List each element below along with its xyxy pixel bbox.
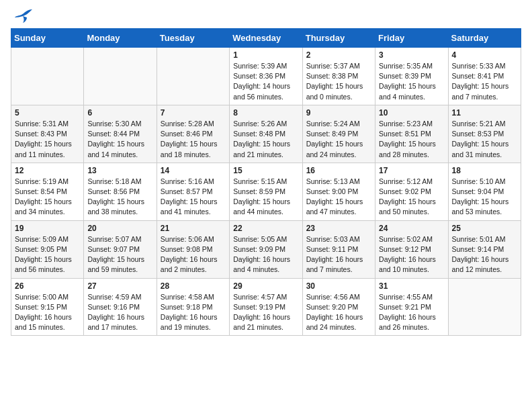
day-info: Sunrise: 5:23 AM Sunset: 8:51 PM Dayligh…	[379, 119, 444, 160]
day-number: 29	[233, 281, 298, 291]
weekday-header-monday: Monday	[84, 29, 157, 48]
calendar-cell: 29Sunrise: 4:57 AM Sunset: 9:19 PM Dayli…	[230, 278, 302, 336]
day-number: 8	[233, 108, 298, 118]
calendar-cell	[11, 48, 84, 105]
day-number: 6	[87, 108, 152, 118]
day-number: 14	[161, 166, 226, 175]
day-number: 23	[306, 224, 371, 233]
bird-icon	[13, 8, 34, 24]
calendar-cell: 14Sunrise: 5:16 AM Sunset: 8:57 PM Dayli…	[157, 163, 229, 220]
day-info: Sunrise: 5:21 AM Sunset: 8:53 PM Dayligh…	[452, 119, 517, 160]
calendar-week-row: 12Sunrise: 5:19 AM Sunset: 8:54 PM Dayli…	[11, 163, 521, 220]
day-number: 25	[452, 224, 517, 233]
day-info: Sunrise: 5:24 AM Sunset: 8:49 PM Dayligh…	[306, 119, 371, 160]
calendar-cell: 12Sunrise: 5:19 AM Sunset: 8:54 PM Dayli…	[11, 163, 84, 220]
calendar-cell: 27Sunrise: 4:59 AM Sunset: 9:16 PM Dayli…	[84, 278, 157, 336]
day-info: Sunrise: 5:09 AM Sunset: 9:05 PM Dayligh…	[15, 234, 80, 275]
calendar-cell: 13Sunrise: 5:18 AM Sunset: 8:56 PM Dayli…	[84, 163, 157, 220]
day-info: Sunrise: 4:56 AM Sunset: 9:20 PM Dayligh…	[306, 292, 371, 333]
weekday-header-tuesday: Tuesday	[157, 29, 229, 48]
day-info: Sunrise: 5:19 AM Sunset: 8:54 PM Dayligh…	[15, 177, 80, 218]
day-info: Sunrise: 4:59 AM Sunset: 9:16 PM Dayligh…	[87, 292, 152, 333]
calendar-cell	[448, 278, 521, 336]
calendar-cell: 6Sunrise: 5:30 AM Sunset: 8:44 PM Daylig…	[84, 105, 157, 163]
calendar-cell: 28Sunrise: 4:58 AM Sunset: 9:18 PM Dayli…	[157, 278, 229, 336]
day-number: 10	[379, 108, 444, 118]
day-number: 26	[15, 281, 80, 291]
day-info: Sunrise: 5:12 AM Sunset: 9:02 PM Dayligh…	[379, 177, 444, 218]
calendar-cell: 15Sunrise: 5:15 AM Sunset: 8:59 PM Dayli…	[230, 163, 302, 220]
day-info: Sunrise: 4:57 AM Sunset: 9:19 PM Dayligh…	[233, 292, 298, 333]
calendar-cell: 31Sunrise: 4:55 AM Sunset: 9:21 PM Dayli…	[375, 278, 448, 336]
calendar-cell: 16Sunrise: 5:13 AM Sunset: 9:00 PM Dayli…	[302, 163, 375, 220]
day-number: 24	[379, 224, 444, 233]
calendar-cell: 1Sunrise: 5:39 AM Sunset: 8:36 PM Daylig…	[230, 48, 302, 105]
calendar-cell: 3Sunrise: 5:35 AM Sunset: 8:39 PM Daylig…	[375, 48, 448, 105]
day-info: Sunrise: 5:37 AM Sunset: 8:38 PM Dayligh…	[306, 61, 371, 102]
calendar-cell: 30Sunrise: 4:56 AM Sunset: 9:20 PM Dayli…	[302, 278, 375, 336]
calendar-cell: 11Sunrise: 5:21 AM Sunset: 8:53 PM Dayli…	[448, 105, 521, 163]
day-number: 22	[233, 224, 298, 233]
calendar-cell: 23Sunrise: 5:03 AM Sunset: 9:11 PM Dayli…	[302, 220, 375, 278]
calendar-cell: 2Sunrise: 5:37 AM Sunset: 8:38 PM Daylig…	[302, 48, 375, 105]
day-info: Sunrise: 5:31 AM Sunset: 8:43 PM Dayligh…	[15, 119, 80, 160]
day-info: Sunrise: 5:18 AM Sunset: 8:56 PM Dayligh…	[87, 177, 152, 218]
day-info: Sunrise: 5:01 AM Sunset: 9:14 PM Dayligh…	[452, 234, 517, 275]
day-number: 19	[15, 224, 80, 233]
day-number: 7	[161, 108, 226, 118]
calendar-body: 1Sunrise: 5:39 AM Sunset: 8:36 PM Daylig…	[11, 48, 521, 336]
day-number: 28	[161, 281, 226, 291]
day-number: 13	[87, 166, 152, 175]
calendar-cell: 7Sunrise: 5:28 AM Sunset: 8:46 PM Daylig…	[157, 105, 229, 163]
day-info: Sunrise: 5:02 AM Sunset: 9:12 PM Dayligh…	[379, 234, 444, 275]
calendar-cell: 25Sunrise: 5:01 AM Sunset: 9:14 PM Dayli…	[448, 220, 521, 278]
calendar-week-row: 19Sunrise: 5:09 AM Sunset: 9:05 PM Dayli…	[11, 220, 521, 278]
calendar-cell: 10Sunrise: 5:23 AM Sunset: 8:51 PM Dayli…	[375, 105, 448, 163]
day-number: 2	[306, 50, 371, 60]
calendar-cell	[84, 48, 157, 105]
calendar-cell: 18Sunrise: 5:10 AM Sunset: 9:04 PM Dayli…	[448, 163, 521, 220]
calendar-cell: 9Sunrise: 5:24 AM Sunset: 8:49 PM Daylig…	[302, 105, 375, 163]
day-info: Sunrise: 5:05 AM Sunset: 9:09 PM Dayligh…	[233, 234, 298, 275]
weekday-header-thursday: Thursday	[302, 29, 375, 48]
day-number: 18	[452, 166, 517, 175]
logo	[11, 11, 34, 24]
day-number: 31	[379, 281, 444, 291]
calendar-cell: 26Sunrise: 5:00 AM Sunset: 9:15 PM Dayli…	[11, 278, 84, 336]
day-info: Sunrise: 5:35 AM Sunset: 8:39 PM Dayligh…	[379, 61, 444, 102]
day-number: 1	[233, 50, 298, 60]
day-info: Sunrise: 4:55 AM Sunset: 9:21 PM Dayligh…	[379, 292, 444, 333]
day-number: 20	[87, 224, 152, 233]
day-number: 5	[15, 108, 80, 118]
day-info: Sunrise: 5:06 AM Sunset: 9:08 PM Dayligh…	[161, 234, 226, 275]
calendar-table: SundayMondayTuesdayWednesdayThursdayFrid…	[11, 28, 521, 336]
day-number: 12	[15, 166, 80, 175]
calendar-cell: 20Sunrise: 5:07 AM Sunset: 9:07 PM Dayli…	[84, 220, 157, 278]
day-number: 21	[161, 224, 226, 233]
calendar-cell: 17Sunrise: 5:12 AM Sunset: 9:02 PM Dayli…	[375, 163, 448, 220]
calendar-cell: 22Sunrise: 5:05 AM Sunset: 9:09 PM Dayli…	[230, 220, 302, 278]
calendar-header-row: SundayMondayTuesdayWednesdayThursdayFrid…	[11, 29, 521, 48]
day-info: Sunrise: 5:30 AM Sunset: 8:44 PM Dayligh…	[87, 119, 152, 160]
day-info: Sunrise: 5:39 AM Sunset: 8:36 PM Dayligh…	[233, 61, 298, 102]
day-number: 15	[233, 166, 298, 175]
weekday-header-wednesday: Wednesday	[230, 29, 302, 48]
day-info: Sunrise: 5:03 AM Sunset: 9:11 PM Dayligh…	[306, 234, 371, 275]
calendar-header	[11, 11, 521, 24]
weekday-header-friday: Friday	[375, 29, 448, 48]
calendar-cell	[157, 48, 229, 105]
calendar-cell: 21Sunrise: 5:06 AM Sunset: 9:08 PM Dayli…	[157, 220, 229, 278]
day-number: 9	[306, 108, 371, 118]
day-number: 27	[87, 281, 152, 291]
weekday-header-row: SundayMondayTuesdayWednesdayThursdayFrid…	[11, 29, 521, 48]
day-info: Sunrise: 5:33 AM Sunset: 8:41 PM Dayligh…	[452, 61, 517, 102]
day-info: Sunrise: 5:28 AM Sunset: 8:46 PM Dayligh…	[161, 119, 226, 160]
day-info: Sunrise: 5:00 AM Sunset: 9:15 PM Dayligh…	[15, 292, 80, 333]
calendar-cell: 5Sunrise: 5:31 AM Sunset: 8:43 PM Daylig…	[11, 105, 84, 163]
weekday-header-saturday: Saturday	[448, 29, 521, 48]
calendar-week-row: 1Sunrise: 5:39 AM Sunset: 8:36 PM Daylig…	[11, 48, 521, 105]
weekday-header-sunday: Sunday	[11, 29, 84, 48]
day-number: 17	[379, 166, 444, 175]
calendar-week-row: 5Sunrise: 5:31 AM Sunset: 8:43 PM Daylig…	[11, 105, 521, 163]
day-info: Sunrise: 5:15 AM Sunset: 8:59 PM Dayligh…	[233, 177, 298, 218]
